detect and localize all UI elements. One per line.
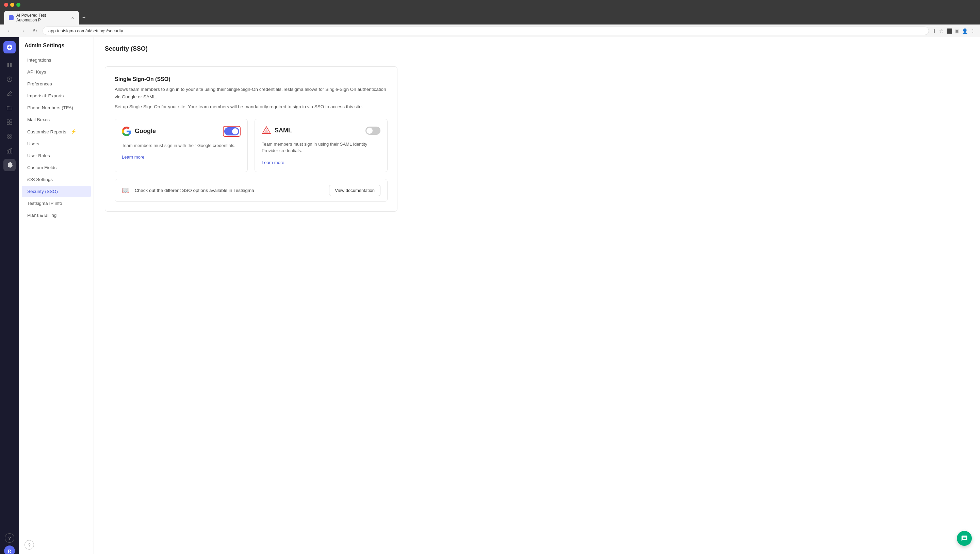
custom-fields-label: Custom Fields	[27, 165, 56, 170]
sidebar-item-settings[interactable]	[3, 159, 16, 171]
active-tab[interactable]: AI Powered Test Automation P ✕	[4, 11, 79, 24]
google-description: Team members must sign in with their Goo…	[122, 142, 240, 149]
address-input[interactable]	[43, 27, 929, 35]
google-sso-card: Google Team members must sign in with th…	[115, 119, 248, 172]
activity-icon	[6, 134, 13, 140]
sidebar-item-imports-exports[interactable]: Imports & Exports	[22, 90, 91, 102]
saml-learn-more[interactable]: Learn more	[262, 160, 284, 165]
icon-bar-bottom: ? R	[4, 533, 15, 554]
google-toggle[interactable]	[224, 127, 239, 135]
window-controls	[4, 3, 21, 7]
sidebar-item-users[interactable]: Users	[22, 138, 91, 150]
share-icon[interactable]: ⬆	[932, 28, 937, 34]
sidebar-nav: Integrations API Keys Preferences Import…	[19, 54, 94, 221]
browser-chrome: AI Powered Test Automation P ✕ + ← → ↻ ⬆…	[0, 0, 980, 37]
sidebar: Admin Settings Integrations API Keys Pre…	[19, 37, 94, 554]
address-bar: ← → ↻ ⬆ ☆ ⬛ ▣ 👤 ⋮	[0, 24, 980, 37]
tab-close-button[interactable]: ✕	[71, 16, 74, 20]
sidebar-item-dashboard[interactable]	[3, 73, 16, 85]
google-logo-icon	[122, 127, 131, 136]
folder-icon	[6, 105, 13, 111]
google-learn-more[interactable]: Learn more	[122, 154, 144, 159]
plans-billing-label: Plans & Billing	[27, 213, 56, 218]
svg-rect-2	[10, 120, 12, 122]
sidebar-item-ios-settings[interactable]: iOS Settings	[22, 174, 91, 185]
tab-favicon	[9, 15, 14, 20]
saml-description: Team members must sign in using their SA…	[262, 141, 380, 154]
svg-rect-1	[7, 120, 9, 122]
phone-numbers-label: Phone Numbers (TFA)	[27, 105, 73, 110]
sidebar-item-activity[interactable]	[3, 131, 16, 143]
sidebar-item-api-keys[interactable]: API Keys	[22, 66, 91, 78]
user-avatar[interactable]: R	[4, 546, 15, 554]
browser-toolbar-icons: ⬆ ☆ ⬛ ▣ 👤 ⋮	[932, 28, 975, 34]
sidebar-item-user-roles[interactable]: User Roles	[22, 150, 91, 161]
reload-button[interactable]: ↻	[30, 27, 39, 35]
sidebar-item-plans-billing[interactable]: Plans & Billing	[22, 210, 91, 221]
main-content: Security (SSO) Single Sign-On (SSO) Allo…	[94, 37, 980, 554]
sso-description2: Set up Single Sign-On for your site. You…	[115, 103, 388, 111]
sidebar-item-integrations[interactable]: Integrations	[22, 54, 91, 66]
saml-toggle[interactable]	[366, 127, 380, 135]
testsigma-ip-label: Testsigma IP info	[27, 201, 62, 206]
close-dot[interactable]	[4, 3, 8, 7]
forward-button[interactable]: →	[18, 27, 27, 35]
sidebar-toggle-icon[interactable]: ▣	[955, 28, 959, 34]
sidebar-item-phone-numbers[interactable]: Phone Numbers (TFA)	[22, 102, 91, 113]
settings-icon	[6, 162, 13, 168]
svg-rect-7	[7, 151, 8, 153]
saml-label: SAML	[275, 127, 292, 134]
help-circle-button[interactable]: ?	[24, 540, 34, 549]
logo-icon	[6, 44, 13, 51]
sidebar-item-customise-reports[interactable]: Customise Reports ⚡	[22, 126, 91, 137]
app-logo[interactable]	[3, 41, 16, 53]
ios-settings-label: iOS Settings	[27, 177, 53, 182]
svg-rect-4	[10, 123, 12, 124]
bookmark-icon[interactable]: ☆	[939, 28, 943, 34]
google-card-header: Google	[122, 126, 240, 137]
svg-rect-9	[11, 149, 12, 153]
view-documentation-button[interactable]: View documentation	[329, 185, 380, 196]
edit-icon	[6, 91, 13, 97]
sidebar-item-grid[interactable]	[3, 59, 16, 71]
doc-banner-text: Check out the different SSO options avai…	[135, 188, 324, 193]
svg-rect-8	[9, 150, 10, 153]
mail-boxes-label: Mail Boxes	[27, 117, 50, 122]
tab-bar: AI Powered Test Automation P ✕ +	[0, 10, 980, 24]
user-roles-label: User Roles	[27, 153, 50, 158]
extensions-icon[interactable]: ⬛	[946, 28, 952, 34]
back-button[interactable]: ←	[5, 27, 14, 35]
sidebar-item-modules[interactable]	[3, 116, 16, 128]
help-button[interactable]: ?	[5, 533, 14, 543]
sidebar-item-security-sso[interactable]: Security (SSO)	[22, 186, 91, 197]
preferences-label: Preferences	[27, 81, 52, 86]
sidebar-item-edit[interactable]	[3, 88, 16, 100]
saml-toggle-slider	[366, 127, 380, 135]
chat-icon	[961, 535, 968, 542]
modules-icon	[6, 119, 13, 125]
grid-icon	[6, 62, 13, 68]
svg-point-6	[8, 135, 10, 137]
users-label: Users	[27, 141, 39, 146]
doc-banner: 📖 Check out the different SSO options av…	[115, 179, 388, 202]
sidebar-item-preferences[interactable]: Preferences	[22, 78, 91, 89]
lightning-icon: ⚡	[70, 129, 76, 134]
app-container: ? R Admin Settings Integrations API Keys…	[0, 37, 980, 554]
menu-icon[interactable]: ⋮	[970, 28, 975, 34]
google-label: Google	[135, 127, 156, 135]
new-tab-button[interactable]: +	[79, 13, 89, 22]
imports-exports-label: Imports & Exports	[27, 93, 64, 98]
sidebar-item-mail-boxes[interactable]: Mail Boxes	[22, 114, 91, 125]
chat-fab-button[interactable]	[957, 531, 972, 546]
sidebar-item-chart[interactable]	[3, 145, 16, 157]
icon-bar-top	[3, 41, 16, 171]
maximize-dot[interactable]	[16, 3, 21, 7]
sso-description1: Allows team members to sign in to your s…	[115, 86, 388, 100]
saml-card-header: SAML	[262, 126, 380, 135]
profile-icon[interactable]: 👤	[962, 28, 968, 34]
sidebar-item-custom-fields[interactable]: Custom Fields	[22, 162, 91, 173]
sidebar-item-folder[interactable]	[3, 102, 16, 114]
minimize-dot[interactable]	[10, 3, 14, 7]
sidebar-item-testsigma-ip[interactable]: Testsigma IP info	[22, 198, 91, 209]
svg-rect-3	[7, 123, 9, 124]
